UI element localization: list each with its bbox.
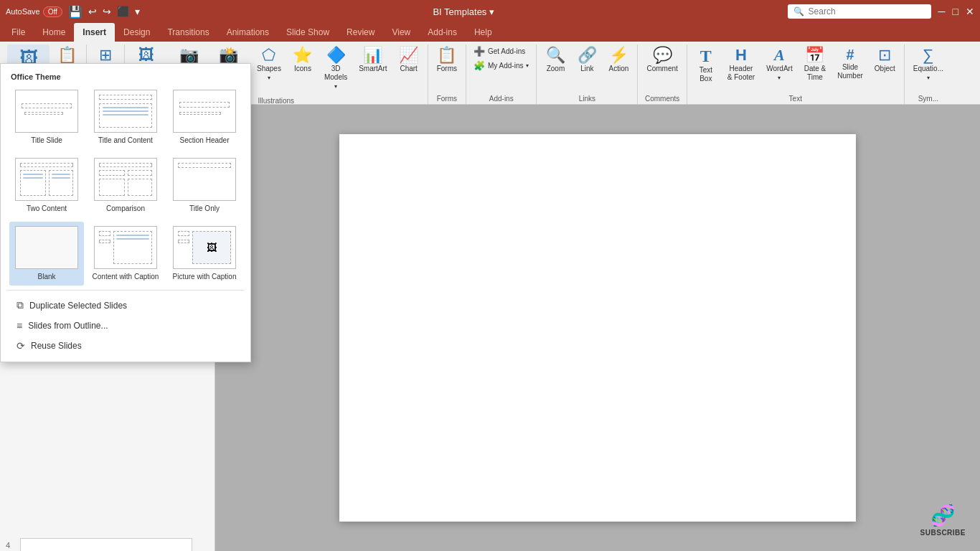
layout-label-title-content: Title and Content — [98, 136, 153, 145]
layout-title-slide[interactable]: Title Slide — [9, 105, 84, 149]
tab-design[interactable]: Design — [115, 23, 159, 42]
tab-slideshow[interactable]: Slide Show — [278, 23, 338, 42]
tab-home[interactable]: Home — [34, 23, 74, 42]
get-addins-label: Get Add-ins — [488, 47, 525, 55]
customize-icon[interactable]: ▾ — [135, 6, 140, 17]
layout-two-content[interactable]: Two Content — [9, 154, 84, 217]
duplicate-slides-action[interactable]: ⧉ Duplicate Selected Slides — [11, 295, 215, 316]
tab-review[interactable]: Review — [338, 23, 383, 42]
slides-outline-action[interactable]: ≡ Slides from Outline... — [11, 316, 215, 336]
layout-label-section-header: Section Header — [180, 136, 215, 145]
autosave-state: Off — [48, 8, 57, 16]
search-input[interactable] — [809, 6, 916, 17]
main-content: Office Theme Title Slide — [0, 105, 980, 551]
wordart-button[interactable]: A WordArt ▾ — [762, 44, 797, 84]
autosave-toggle[interactable]: Off — [43, 6, 62, 17]
layout-content-caption[interactable]: Content with Caption — [88, 222, 163, 286]
title-bar-center: BI Templates ▾ — [140, 6, 788, 17]
tab-help[interactable]: Help — [466, 23, 501, 42]
my-addins-arrow[interactable]: ▾ — [526, 62, 529, 69]
wordart-icon: A — [774, 47, 785, 63]
present-icon[interactable]: ⬛ — [117, 6, 129, 17]
tab-addins[interactable]: Add-ins — [419, 23, 466, 42]
smartart-label: SmartArt — [359, 65, 387, 73]
layout-title-only[interactable]: Title Only — [167, 154, 215, 217]
link-button[interactable]: 🔗 Link — [573, 44, 601, 76]
tab-file[interactable]: File — [3, 23, 34, 42]
layout-thumb-section-header — [173, 105, 215, 133]
ribbon-group-forms: 📋 Forms Forms — [428, 44, 466, 104]
reuse-icon: ⟳ — [17, 340, 25, 352]
smartart-button[interactable]: 📊 SmartArt — [354, 44, 391, 76]
equation-arrow[interactable]: ▾ — [927, 75, 930, 81]
3d-models-button[interactable]: 🔷 3DModels ▾ — [320, 44, 352, 93]
layout-thumb-title-only — [173, 158, 215, 201]
equation-button[interactable]: ∑ Equatio... ▾ — [909, 44, 948, 84]
layout-thumb-blank — [15, 226, 78, 269]
slide-thumb-4[interactable]: 4 — [6, 538, 209, 551]
tab-transitions[interactable]: Transitions — [159, 23, 217, 42]
chart-icon: 📈 — [399, 47, 418, 63]
layout-label-two-content: Two Content — [27, 204, 67, 213]
comment-button[interactable]: 💬 Comment — [642, 44, 682, 76]
action-icon: ⚡ — [609, 47, 628, 63]
zoom-button[interactable]: 🔍 Zoom — [541, 44, 570, 76]
layout-label-title-slide: Title Slide — [31, 136, 62, 145]
layout-blank[interactable]: Blank — [9, 222, 84, 286]
save-icon[interactable]: 💾 — [68, 5, 83, 19]
ribbon-group-comments: 💬 Comment Comments — [638, 44, 687, 104]
object-button[interactable]: ⊡ Object — [870, 44, 900, 76]
3d-models-label: 3DModels — [324, 65, 347, 82]
close-icon[interactable]: ✕ — [966, 6, 974, 17]
layout-title-content[interactable]: Title and Content — [88, 105, 163, 149]
layout-thumb-title-slide — [15, 105, 78, 133]
shapes-arrow[interactable]: ▾ — [268, 75, 270, 81]
tab-view[interactable]: View — [383, 23, 419, 42]
layout-comparison[interactable]: Comparison — [88, 154, 163, 217]
action-button[interactable]: ⚡ Action — [604, 44, 633, 76]
date-time-button[interactable]: 📅 Date &Time — [800, 44, 831, 85]
tab-animations[interactable]: Animations — [218, 23, 278, 42]
get-addins-button[interactable]: ➕ Get Add-ins — [471, 44, 532, 58]
slide-number-label: SlideNumber — [837, 63, 863, 80]
shapes-button[interactable]: ⬠ Shapes ▾ — [253, 44, 286, 84]
dropdown-arrow[interactable]: ▾ — [489, 6, 494, 17]
title-bar-right: 🔍 ─ □ ✕ — [788, 4, 974, 19]
forms-label: Forms — [437, 65, 457, 73]
forms-button[interactable]: 📋 Forms — [433, 44, 461, 76]
3d-models-arrow[interactable]: ▾ — [334, 83, 337, 90]
link-label: Link — [580, 65, 593, 73]
date-time-label: Date &Time — [804, 65, 826, 82]
3d-models-icon: 🔷 — [326, 47, 346, 63]
link-icon: 🔗 — [578, 47, 597, 63]
ribbon-group-text: T TextBox H Header& Footer A WordArt ▾ 📅… — [687, 44, 905, 104]
search-bar[interactable]: 🔍 — [788, 4, 931, 19]
redo-icon[interactable]: ↪ — [103, 6, 111, 17]
slide-number-button[interactable]: # SlideNumber — [833, 44, 867, 83]
header-footer-button[interactable]: H Header& Footer — [723, 44, 759, 85]
textbox-button[interactable]: T TextBox — [692, 44, 720, 86]
header-footer-label: Header& Footer — [727, 65, 755, 82]
undo-icon[interactable]: ↩ — [88, 6, 97, 17]
maximize-icon[interactable]: □ — [953, 6, 958, 17]
layout-picture-caption[interactable]: 🖼 Picture with Caption — [167, 222, 215, 286]
layout-thumb-content-caption — [94, 226, 157, 269]
reuse-slides-action[interactable]: ⟳ Reuse Slides — [11, 336, 215, 356]
layout-thumb-picture-caption: 🖼 — [173, 226, 215, 269]
ribbon-group-addins-label: Add-ins — [471, 93, 532, 104]
chart-button[interactable]: 📈 Chart — [395, 44, 423, 76]
tab-insert[interactable]: Insert — [74, 23, 115, 42]
minimize-icon[interactable]: ─ — [938, 6, 946, 17]
object-icon: ⊡ — [878, 47, 891, 63]
my-addins-icon: 🧩 — [473, 60, 485, 71]
ribbon-group-comments-label: Comments — [642, 93, 682, 104]
layout-section-header[interactable]: Section Header — [167, 105, 215, 149]
subscribe-label: SUBSCRIBE — [920, 529, 966, 537]
icons-icon: ⭐ — [293, 47, 312, 63]
my-addins-button[interactable]: 🧩 My Add-ins ▾ — [471, 59, 532, 72]
chart-label: Chart — [400, 65, 417, 73]
layout-label-title-only: Title Only — [189, 204, 215, 213]
icons-button[interactable]: ⭐ Icons — [288, 44, 317, 76]
wordart-arrow[interactable]: ▾ — [778, 75, 781, 81]
slide-num-4: 4 — [6, 538, 16, 550]
